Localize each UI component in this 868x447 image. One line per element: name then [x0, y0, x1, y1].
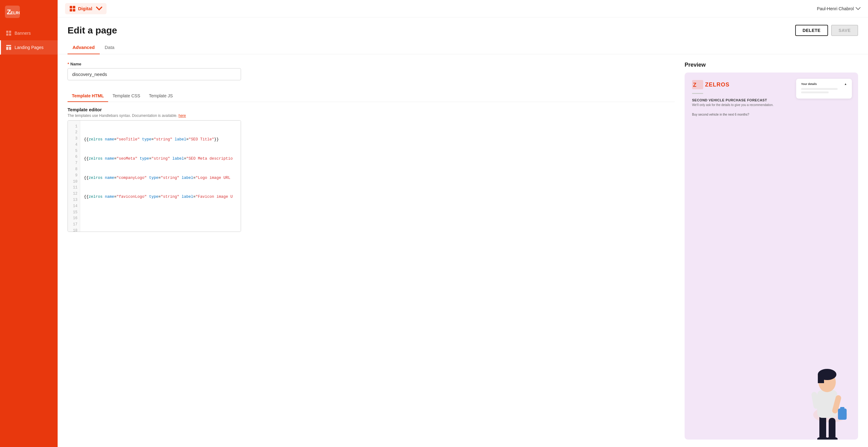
svg-rect-25 — [838, 409, 847, 420]
code-line-5 — [84, 213, 237, 219]
svg-text:Z: Z — [693, 82, 696, 88]
delete-button[interactable]: DELETE — [795, 25, 828, 36]
svg-rect-6 — [9, 33, 11, 36]
page-header: Edit a page DELETE SAVE Advanced Data — [58, 17, 868, 54]
preview-question: Buy second vehicle in the next 6 months? — [692, 113, 851, 116]
code-editor[interactable]: 12345 678910 1112131415 161718 {{zelros … — [67, 120, 241, 232]
docs-link[interactable]: here — [179, 114, 186, 118]
code-content[interactable]: {{zelros name="seoTitle" type="string" l… — [80, 121, 241, 232]
template-tabs: Template HTML Template CSS Template JS — [67, 90, 675, 102]
sidebar-item-landing-pages-label: Landing Pages — [14, 45, 43, 50]
your-details-line-2 — [801, 91, 829, 93]
code-line-4: {{zelros name="faviconLogo" type="string… — [84, 194, 237, 200]
digital-selector[interactable]: Digital — [65, 3, 106, 14]
save-button[interactable]: SAVE — [831, 25, 858, 36]
right-panel: Preview Z ZELROS SECOND VEHICLE PUR — [685, 62, 858, 440]
banners-icon — [6, 30, 11, 36]
name-field-group: * Name — [67, 62, 675, 80]
digital-label: Digital — [78, 6, 92, 11]
preview-label: Preview — [685, 62, 858, 68]
preview-page-subtitle: We'll only ask for the details to give y… — [692, 103, 851, 107]
topbar-left: Digital — [65, 3, 106, 14]
sidebar-item-banners[interactable]: Banners — [0, 26, 58, 40]
editor-subtitle: The templates use Handlebars syntax. Doc… — [67, 114, 675, 118]
line-numbers: 12345 678910 1112131415 161718 — [68, 121, 80, 232]
svg-rect-5 — [6, 33, 8, 36]
page-tabs: Advanced Data — [67, 41, 858, 54]
svg-point-28 — [827, 437, 838, 440]
svg-rect-13 — [73, 9, 75, 11]
preview-page-title: SECOND VEHICLE PURCHASE FORECAST — [692, 98, 851, 102]
page-title: Edit a page — [67, 25, 117, 36]
content-area: Edit a page DELETE SAVE Advanced Data — [58, 17, 868, 447]
sidebar: Z ELROS Banners Landing Pages — [0, 0, 58, 447]
tab-template-js[interactable]: Template JS — [145, 90, 177, 102]
page-header-top: Edit a page DELETE SAVE — [67, 25, 858, 36]
your-details-chevron: ▲ — [844, 83, 847, 86]
tab-advanced[interactable]: Advanced — [67, 41, 100, 54]
your-details-line-1 — [801, 88, 838, 90]
svg-rect-4 — [9, 31, 11, 33]
svg-rect-3 — [6, 31, 8, 33]
svg-text:ELROS: ELROS — [10, 10, 20, 15]
tab-template-css[interactable]: Template CSS — [108, 90, 144, 102]
grid-icon — [69, 6, 75, 12]
your-details-title: Your details — [801, 83, 817, 86]
preview-illustration — [790, 347, 858, 440]
your-details-header: Your details ▲ — [801, 83, 847, 86]
layout-icon — [6, 44, 11, 50]
tab-data[interactable]: Data — [100, 41, 120, 54]
name-input[interactable] — [67, 68, 241, 80]
main-area: Digital Paul-Henri Chabrol Edit a page D… — [58, 0, 868, 447]
svg-rect-22 — [818, 374, 824, 383]
svg-rect-10 — [70, 6, 72, 8]
topbar: Digital Paul-Henri Chabrol — [58, 0, 868, 17]
svg-rect-9 — [9, 47, 11, 50]
preview-card: Z ZELROS SECOND VEHICLE PURCHASE FORECAS… — [685, 72, 858, 440]
svg-rect-11 — [73, 6, 75, 8]
preview-inner: Z ZELROS SECOND VEHICLE PURCHASE FORECAS… — [685, 72, 858, 440]
body-area: * Name Template HTML Template CSS — [58, 54, 868, 447]
preview-zelros-icon: Z — [692, 80, 703, 89]
preview-logo-text: ZELROS — [705, 82, 730, 88]
code-line-2: {{zelros name="seoMeta" type="string" la… — [84, 156, 237, 162]
svg-rect-12 — [70, 9, 72, 11]
code-lines: 12345 678910 1112131415 161718 {{zelros … — [68, 121, 241, 232]
chevron-down-icon — [96, 6, 102, 12]
code-line-1: {{zelros name="seoTitle" type="string" l… — [84, 137, 237, 143]
svg-rect-26 — [840, 407, 844, 410]
sidebar-item-banners-label: Banners — [14, 31, 31, 36]
svg-rect-8 — [6, 47, 8, 50]
tab-template-html[interactable]: Template HTML — [67, 90, 108, 102]
user-name: Paul-Henri Chabrol — [817, 6, 854, 11]
user-menu[interactable]: Paul-Henri Chabrol — [817, 6, 861, 11]
header-actions: DELETE SAVE — [795, 25, 858, 36]
editor-title: Template editor — [67, 107, 675, 112]
svg-rect-17 — [819, 415, 826, 440]
svg-rect-18 — [829, 418, 835, 440]
your-details-card: Your details ▲ — [796, 79, 852, 98]
sidebar-logo: Z ELROS — [0, 0, 58, 24]
preview-divider — [692, 93, 703, 94]
sidebar-item-landing-pages[interactable]: Landing Pages — [0, 40, 58, 55]
user-chevron-icon — [856, 6, 861, 11]
required-star: * — [67, 62, 69, 66]
sidebar-navigation: Banners Landing Pages — [0, 24, 58, 447]
zelros-logo-icon: Z ELROS — [5, 6, 20, 18]
editor-section: Template editor The templates use Handle… — [67, 107, 675, 232]
left-panel: * Name Template HTML Template CSS — [67, 62, 675, 440]
svg-rect-7 — [6, 45, 11, 46]
code-line-3: {{zelros name="companyLogo" type="string… — [84, 175, 237, 181]
name-label: * Name — [67, 62, 675, 66]
template-section: Template HTML Template CSS Template JS T… — [67, 88, 675, 232]
